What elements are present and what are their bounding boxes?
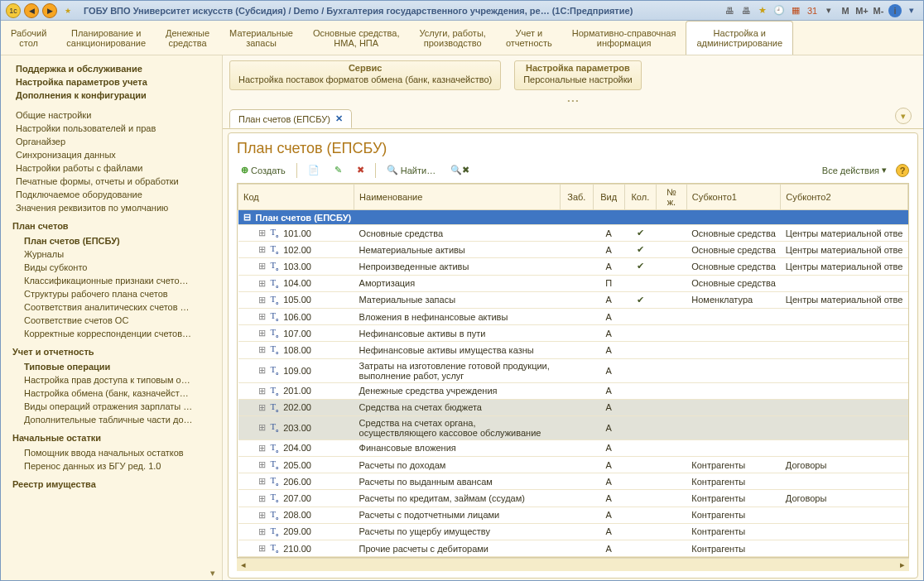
sidebar-link[interactable]: Типовые операции <box>12 360 220 373</box>
table-row[interactable]: ⊞ Tₒ 105.00Материальные запасыАНоменклат… <box>238 291 908 308</box>
copy-button[interactable]: 📄 <box>304 162 324 178</box>
mainmenu-item[interactable]: Рабочийстол <box>1 21 56 55</box>
table-row[interactable]: ⊞ Tₒ 203.00Средства на счетах органа, ос… <box>238 415 908 439</box>
fav-star-icon[interactable]: ★ <box>60 3 75 18</box>
col-kol[interactable]: Кол. <box>624 185 656 210</box>
mem-mminus[interactable]: M- <box>872 4 885 17</box>
col-sub2[interactable]: Субконто2 <box>781 185 908 210</box>
sidebar-link[interactable]: Настройка прав доступа к типовым о… <box>12 373 220 387</box>
table-root-row[interactable]: ⊟ План счетов (ЕПСБУ) <box>238 210 908 225</box>
sidebar-link[interactable]: Общие настройки <box>12 108 220 122</box>
sidebar-link[interactable]: Органайзер <box>12 135 220 148</box>
star2-icon[interactable]: ★ <box>756 4 769 17</box>
sidebar-link[interactable]: Корректные корреспонденции счетов… <box>12 327 220 340</box>
nav-back-icon[interactable]: ◀ <box>24 3 39 18</box>
sidebar-link[interactable]: Поддержка и обслуживание <box>12 62 220 75</box>
sidebar-link[interactable]: Помощник ввода начальных остатков <box>12 446 220 459</box>
sidebar-link[interactable]: Настройки пользователей и прав <box>12 122 220 135</box>
table-row[interactable]: ⊞ Tₒ 107.00Нефинансовые активы в путиА <box>238 325 908 342</box>
sidebar-link[interactable]: Подключаемое оборудование <box>12 188 220 201</box>
calc-icon[interactable]: ▦ <box>789 4 802 17</box>
sidebar-link[interactable]: Дополнительные табличные части до… <box>12 413 220 426</box>
sidebar-link[interactable]: Настройка обмена (банк, казначейст… <box>12 387 220 400</box>
main-menu: РабочийстолПланирование исанкционировани… <box>1 21 923 55</box>
sidebar-link[interactable]: Соответствия аналитических счетов … <box>12 300 220 314</box>
sidebar-link[interactable]: Классификационные признаки счето… <box>12 274 220 287</box>
mainmenu-item[interactable]: Денежныесредства <box>156 21 219 55</box>
nav-fwd-icon[interactable]: ▶ <box>42 3 57 18</box>
service-link-formats[interactable]: Настройка поставок форматов обмена (банк… <box>238 74 492 84</box>
col-vid[interactable]: Вид <box>593 185 624 210</box>
help-icon[interactable]: ? <box>896 164 909 177</box>
edit-button[interactable]: ✎ <box>330 162 346 178</box>
col-code[interactable]: Код <box>238 185 354 210</box>
info-icon[interactable]: i <box>888 4 902 17</box>
table-row[interactable]: ⊞ Tₒ 206.00Расчеты по выданным авансамАК… <box>238 473 908 490</box>
find-button[interactable]: 🔍Найти… <box>383 162 440 178</box>
table-row[interactable]: ⊞ Tₒ 102.00Нематериальные активыАОсновны… <box>238 242 908 258</box>
table-row[interactable]: ⊞ Tₒ 104.00АмортизацияПОсновные средства <box>238 275 908 291</box>
menu-dropdown-icon[interactable]: ▾ <box>905 4 918 17</box>
scroll-left-icon[interactable]: ◂ <box>237 559 250 570</box>
h-scrollbar[interactable]: ◂ ▸ <box>237 558 909 571</box>
tab-plan-schetov[interactable]: План счетов (ЕПСБУ) ✕ <box>229 109 352 128</box>
sidebar-link[interactable]: Структуры рабочего плана счетов <box>12 287 220 300</box>
table-row[interactable]: ⊞ Tₒ 202.00Средства на счетах бюджетаА <box>238 399 908 415</box>
sidebar-link[interactable]: Перенос данных из БГУ ред. 1.0 <box>12 459 220 473</box>
link-icon[interactable]: 🕘 <box>772 4 786 17</box>
calendar-icon[interactable]: 31 <box>806 4 819 17</box>
collapse-handle[interactable]: • • • <box>223 95 923 109</box>
mainmenu-item[interactable]: Настройка иадминистрирование <box>686 21 793 55</box>
mem-mplus[interactable]: M+ <box>855 4 869 17</box>
accounts-grid[interactable]: Код Наименование Заб. Вид Кол. № ж. Субк… <box>237 183 909 558</box>
mainmenu-item[interactable]: Основные средства,НМА, НПА <box>303 21 410 55</box>
sidebar-link[interactable]: План счетов (ЕПСБУ) <box>12 234 220 247</box>
params-link-personal[interactable]: Персональные настройки <box>523 74 632 84</box>
print2-icon[interactable]: 🖶 <box>739 4 753 17</box>
sidebar-link[interactable]: Настройки работы с файлами <box>12 161 220 175</box>
table-row[interactable]: ⊞ Tₒ 103.00Непроизведенные активыАОсновн… <box>238 258 908 275</box>
delete-button[interactable]: ✖ <box>353 162 368 178</box>
dropdown-icon[interactable]: ▾ <box>822 4 835 17</box>
table-row[interactable]: ⊞ Tₒ 108.00Нефинансовые активы имущества… <box>238 342 908 358</box>
sidebar-link[interactable]: Синхронизация данных <box>12 148 220 161</box>
mainmenu-item[interactable]: Услуги, работы,производство <box>410 21 496 55</box>
mainmenu-item[interactable]: Планирование исанкционирование <box>56 21 156 55</box>
sidebar-link[interactable]: Печатные формы, отчеты и обработки <box>12 175 220 188</box>
table-row[interactable]: ⊞ Tₒ 209.00Расчеты по ущербу имуществуАК… <box>238 523 908 540</box>
mem-m[interactable]: M <box>839 4 852 17</box>
table-row[interactable]: ⊞ Tₒ 109.00Затраты на изготовление готов… <box>238 358 908 382</box>
mainmenu-item[interactable]: Учет иотчетность <box>496 21 562 55</box>
create-button[interactable]: ⊕Создать <box>237 162 290 178</box>
col-name[interactable]: Наименование <box>354 185 561 210</box>
mainmenu-item[interactable]: Нормативно-справочнаяинформация <box>562 21 686 55</box>
mainmenu-item[interactable]: Материальныезапасы <box>219 21 303 55</box>
col-sub1[interactable]: Субконто1 <box>686 185 781 210</box>
sidebar-group-title: Начальные остатки <box>12 433 220 443</box>
col-nzh[interactable]: № ж. <box>657 185 687 210</box>
sidebar-link[interactable]: Дополнения к конфигурации <box>12 89 220 102</box>
clear-find-button[interactable]: 🔍✖ <box>446 162 474 178</box>
sidebar-link[interactable]: Значения реквизитов по умолчанию <box>12 201 220 214</box>
sidebar-link[interactable]: Виды операций отражения зарплаты … <box>12 400 220 413</box>
col-zab[interactable]: Заб. <box>560 185 593 210</box>
table-row[interactable]: ⊞ Tₒ 101.00Основные средстваАОсновные ср… <box>238 225 908 242</box>
table-row[interactable]: ⊞ Tₒ 210.00Прочие расчеты с дебиторамиАК… <box>238 540 908 557</box>
tab-dropdown-icon[interactable]: ▾ <box>895 108 912 124</box>
close-icon[interactable]: ✕ <box>335 113 343 124</box>
sidebar-link[interactable]: Настройка параметров учета <box>12 75 220 89</box>
table-row[interactable]: ⊞ Tₒ 201.00Денежные средства учрежденияА <box>238 382 908 399</box>
scroll-right-icon[interactable]: ▸ <box>896 559 909 570</box>
table-row[interactable]: ⊞ Tₒ 106.00Вложения в нефинансовые актив… <box>238 308 908 324</box>
table-row[interactable]: ⊞ Tₒ 205.00Расчеты по доходамАКонтрагент… <box>238 457 908 473</box>
sidebar-link[interactable]: Журналы <box>12 247 220 261</box>
table-row[interactable]: ⊞ Tₒ 207.00Расчеты по кредитам, займам (… <box>238 490 908 507</box>
sidebar-group-title: Учет и отчетность <box>12 347 220 357</box>
sidebar-scroll-down-icon[interactable]: ▾ <box>210 568 215 579</box>
table-row[interactable]: ⊞ Tₒ 204.00Финансовые вложенияА <box>238 439 908 456</box>
print-icon[interactable]: 🖶 <box>723 4 736 17</box>
sidebar-link[interactable]: Соответствие счетов ОС <box>12 314 220 327</box>
all-actions-button[interactable]: Все действия ▾ <box>818 162 891 178</box>
sidebar-link[interactable]: Виды субконто <box>12 261 220 274</box>
table-row[interactable]: ⊞ Tₒ 208.00Расчеты с подотчетными лицами… <box>238 507 908 523</box>
